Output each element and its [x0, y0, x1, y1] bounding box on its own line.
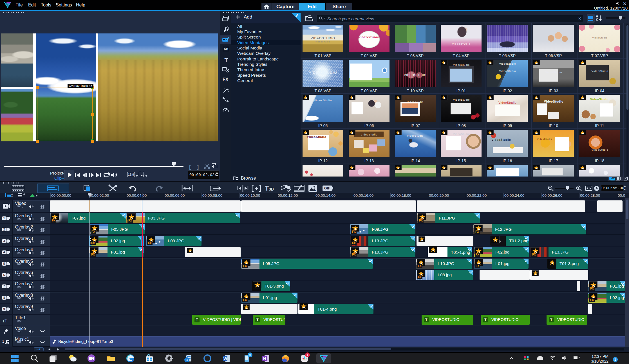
svg-text:N: N: [263, 356, 266, 361]
svg-text:T: T: [315, 189, 317, 192]
svg-text:O: O: [185, 358, 188, 362]
svg-text:W: W: [223, 356, 227, 361]
